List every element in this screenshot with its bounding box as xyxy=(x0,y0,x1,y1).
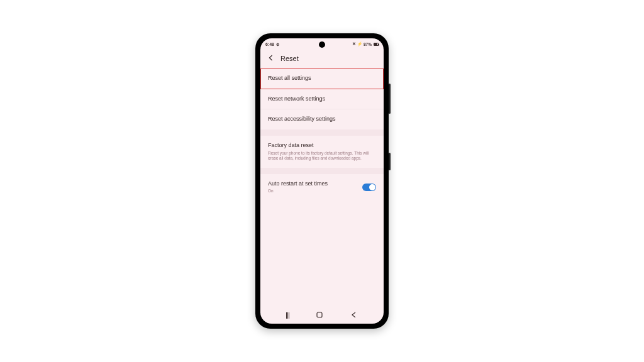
item-label: Reset all settings xyxy=(268,75,311,81)
power-button xyxy=(389,153,391,170)
item-label: Reset network settings xyxy=(268,96,325,102)
home-button[interactable] xyxy=(316,310,323,321)
auto-restart-toggle[interactable] xyxy=(362,184,376,191)
vibrate-icon: ✕ xyxy=(352,41,356,47)
reset-network-settings-item[interactable]: Reset network settings xyxy=(260,89,384,110)
reset-all-settings-item[interactable]: Reset all settings xyxy=(260,69,384,89)
reset-accessibility-settings-item[interactable]: Reset accessibility settings xyxy=(260,109,384,129)
svg-rect-0 xyxy=(317,312,322,317)
settings-list: Reset all settings Reset network setting… xyxy=(260,69,384,200)
item-label: Factory data reset xyxy=(268,142,314,148)
battery-percent: 87% xyxy=(364,42,372,47)
item-subtitle: Reset your phone to its factory default … xyxy=(268,151,376,162)
item-label: Auto restart at set times xyxy=(268,180,328,187)
charging-icon: ⚡ xyxy=(357,41,362,47)
front-camera xyxy=(319,41,325,48)
group-divider xyxy=(260,129,384,136)
back-icon[interactable] xyxy=(268,55,274,62)
item-state: On xyxy=(268,189,328,194)
phone-frame: 6:48 ⚙ ✕ ⚡ 87% Reset Reset all settings … xyxy=(255,33,389,329)
page-title: Reset xyxy=(280,55,299,62)
nav-bar xyxy=(260,309,384,324)
back-button[interactable] xyxy=(350,310,358,321)
battery-icon xyxy=(374,43,379,46)
clock: 6:48 xyxy=(265,42,274,47)
group-divider xyxy=(260,168,384,174)
factory-data-reset-item[interactable]: Factory data reset Reset your phone to i… xyxy=(260,136,384,168)
item-label: Reset accessibility settings xyxy=(268,116,336,122)
volume-button xyxy=(389,84,391,114)
auto-restart-item[interactable]: Auto restart at set times On xyxy=(260,174,384,200)
screen-header: Reset xyxy=(260,50,384,69)
settings-icon: ⚙ xyxy=(276,42,279,47)
screen: 6:48 ⚙ ✕ ⚡ 87% Reset Reset all settings … xyxy=(260,38,384,324)
recents-button[interactable] xyxy=(286,312,289,319)
